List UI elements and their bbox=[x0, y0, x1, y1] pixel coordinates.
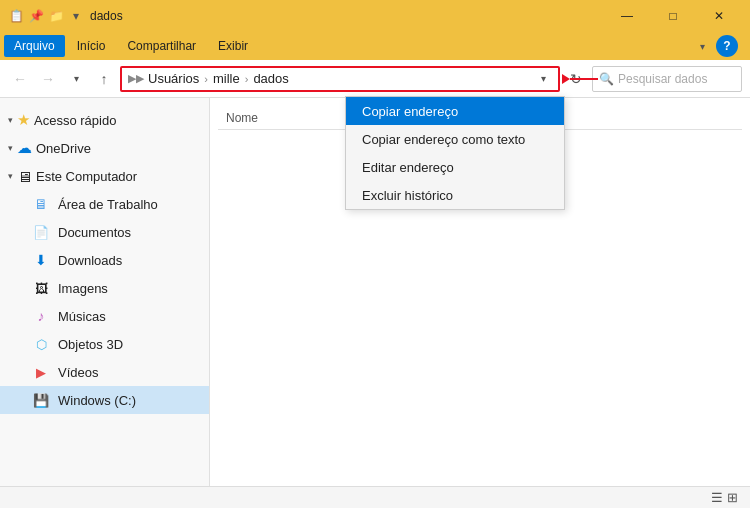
docs-icon: 📄 bbox=[32, 223, 50, 241]
menu-arquivo[interactable]: Arquivo bbox=[4, 35, 65, 57]
expand-quick-access-icon: ▾ bbox=[8, 115, 13, 125]
sidebar-this-pc[interactable]: ▾ 🖥 Este Computador bbox=[0, 162, 209, 190]
title-bar-title: dados bbox=[90, 9, 598, 23]
sidebar-onedrive[interactable]: ▾ ☁ OneDrive bbox=[0, 134, 209, 162]
path-usuarios[interactable]: Usuários bbox=[148, 71, 199, 86]
3d-icon: ⬡ bbox=[32, 335, 50, 353]
refresh-button[interactable]: ↻ bbox=[564, 67, 588, 91]
context-menu: Copiar endereço Copiar endereço como tex… bbox=[345, 96, 565, 210]
menu-bar: Arquivo Início Compartilhar Exibir ▾ ? bbox=[0, 32, 750, 60]
sidebar-quick-access-label: Acesso rápido bbox=[34, 113, 116, 128]
drive-icon: 💾 bbox=[32, 391, 50, 409]
sidebar-docs-label: Documentos bbox=[58, 225, 131, 240]
status-tiles-view[interactable]: ⊞ bbox=[727, 490, 738, 505]
sidebar-item-3d[interactable]: ⬡ Objetos 3D bbox=[0, 330, 209, 358]
title-bar: 📋 📌 📁 ▾ dados — □ ✕ bbox=[0, 0, 750, 32]
breadcrumb-icon: ▶▶ bbox=[128, 72, 144, 85]
sidebar-item-docs[interactable]: 📄 Documentos bbox=[0, 218, 209, 246]
title-bar-dropdown-icon[interactable]: ▾ bbox=[68, 8, 84, 24]
sidebar-onedrive-label: OneDrive bbox=[36, 141, 91, 156]
sidebar-item-downloads[interactable]: ⬇ Downloads bbox=[0, 246, 209, 274]
downloads-icon: ⬇ bbox=[32, 251, 50, 269]
sidebar-3d-label: Objetos 3D bbox=[58, 337, 123, 352]
menu-inicio[interactable]: Início bbox=[67, 35, 116, 57]
title-bar-folder-icon: 📋 bbox=[8, 8, 24, 24]
star-icon: ★ bbox=[17, 111, 30, 129]
cloud-icon: ☁ bbox=[17, 139, 32, 157]
expand-this-pc-icon: ▾ bbox=[8, 171, 13, 181]
forward-button[interactable]: → bbox=[36, 67, 60, 91]
path-mille[interactable]: mille bbox=[213, 71, 240, 86]
sidebar-item-desktop[interactable]: 🖥 Área de Trabalho bbox=[0, 190, 209, 218]
help-button[interactable]: ? bbox=[716, 35, 738, 57]
address-wrapper: ▶▶ Usuários › mille › dados ▾ bbox=[120, 66, 560, 92]
close-button[interactable]: ✕ bbox=[696, 0, 742, 32]
ctx-copy-address[interactable]: Copiar endereço bbox=[346, 97, 564, 125]
path-sep-1: › bbox=[204, 73, 208, 85]
address-dropdown-btn[interactable]: ▾ bbox=[534, 70, 552, 88]
sidebar-videos-label: Vídeos bbox=[58, 365, 98, 380]
menu-collapse-btn[interactable]: ▾ bbox=[692, 36, 712, 56]
main-content: ▾ ★ Acesso rápido ▾ ☁ OneDrive ▾ 🖥 Este … bbox=[0, 98, 750, 486]
sidebar-desktop-label: Área de Trabalho bbox=[58, 197, 158, 212]
desktop-icon: 🖥 bbox=[32, 195, 50, 213]
status-view-controls: ☰ ⊞ bbox=[711, 490, 738, 505]
videos-icon: ▶ bbox=[32, 363, 50, 381]
sidebar: ▾ ★ Acesso rápido ▾ ☁ OneDrive ▾ 🖥 Este … bbox=[0, 98, 210, 486]
title-bar-controls: — □ ✕ bbox=[604, 0, 742, 32]
title-bar-icons: 📋 📌 📁 ▾ bbox=[8, 8, 84, 24]
status-details-view[interactable]: ☰ bbox=[711, 490, 723, 505]
path-sep-2: › bbox=[245, 73, 249, 85]
ctx-edit-address[interactable]: Editar endereço bbox=[346, 153, 564, 181]
path-dados[interactable]: dados bbox=[253, 71, 288, 86]
up-button[interactable]: ↑ bbox=[92, 67, 116, 91]
ctx-delete-history[interactable]: Excluir histórico bbox=[346, 181, 564, 209]
music-icon: ♪ bbox=[32, 307, 50, 325]
search-box[interactable]: 🔍 Pesquisar dados bbox=[592, 66, 742, 92]
address-path-container[interactable]: ▶▶ Usuários › mille › dados ▾ bbox=[120, 66, 560, 92]
file-area: Nome Modificação Copiar endereço Copiar … bbox=[210, 98, 750, 486]
menu-exibir[interactable]: Exibir bbox=[208, 35, 258, 57]
sidebar-this-pc-label: Este Computador bbox=[36, 169, 137, 184]
sidebar-quick-access[interactable]: ▾ ★ Acesso rápido bbox=[0, 106, 209, 134]
search-icon: 🔍 bbox=[599, 72, 614, 86]
images-icon: 🖼 bbox=[32, 279, 50, 297]
minimize-button[interactable]: — bbox=[604, 0, 650, 32]
address-path: Usuários › mille › dados bbox=[148, 71, 289, 86]
address-bar: ← → ▾ ↑ ▶▶ Usuários › mille › dados ▾ ↻ … bbox=[0, 60, 750, 98]
recent-locations-button[interactable]: ▾ bbox=[64, 67, 88, 91]
title-bar-pin-icon: 📌 bbox=[28, 8, 44, 24]
computer-icon: 🖥 bbox=[17, 168, 32, 185]
status-bar: ☰ ⊞ bbox=[0, 486, 750, 508]
sidebar-item-videos[interactable]: ▶ Vídeos bbox=[0, 358, 209, 386]
ctx-copy-address-text[interactable]: Copiar endereço como texto bbox=[346, 125, 564, 153]
sidebar-item-music[interactable]: ♪ Músicas bbox=[0, 302, 209, 330]
search-placeholder: Pesquisar dados bbox=[618, 72, 707, 86]
menu-compartilhar[interactable]: Compartilhar bbox=[117, 35, 206, 57]
maximize-button[interactable]: □ bbox=[650, 0, 696, 32]
sidebar-item-images[interactable]: 🖼 Imagens bbox=[0, 274, 209, 302]
expand-onedrive-icon: ▾ bbox=[8, 143, 13, 153]
back-button[interactable]: ← bbox=[8, 67, 32, 91]
sidebar-drive-label: Windows (C:) bbox=[58, 393, 136, 408]
sidebar-downloads-label: Downloads bbox=[58, 253, 122, 268]
sidebar-images-label: Imagens bbox=[58, 281, 108, 296]
menu-arrow-area: ▾ ? bbox=[692, 35, 746, 57]
sidebar-music-label: Músicas bbox=[58, 309, 106, 324]
title-bar-folder2-icon: 📁 bbox=[48, 8, 64, 24]
sidebar-item-drive[interactable]: 💾 Windows (C:) bbox=[0, 386, 209, 414]
